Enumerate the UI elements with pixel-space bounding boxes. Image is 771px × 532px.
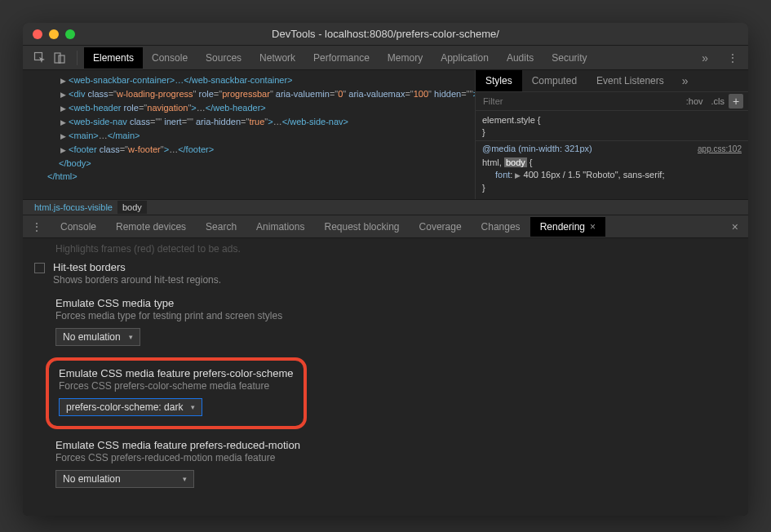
maximize-window-button[interactable] <box>65 29 75 39</box>
drawer-tab-coverage[interactable]: Coverage <box>410 217 472 237</box>
drawer-tab-search[interactable]: Search <box>196 217 246 237</box>
tabs-overflow-button[interactable]: » <box>693 51 717 64</box>
dom-node[interactable]: ▶<div class="w-loading-progress" role="p… <box>29 87 468 101</box>
titlebar: DevTools - localhost:8080/prefers-color-… <box>23 23 748 46</box>
chevron-down-icon: ▾ <box>191 403 195 411</box>
highlighted-option: Emulate CSS media feature prefers-color-… <box>46 357 307 429</box>
close-tab-icon[interactable]: × <box>590 221 596 233</box>
emulate-color-scheme-select[interactable]: prefers-color-scheme: dark ▾ <box>59 398 202 416</box>
device-toolbar-icon[interactable] <box>52 51 67 65</box>
rendering-panel: Highlights frames (red) detected to be a… <box>23 238 748 516</box>
drawer-tab-request-blocking[interactable]: Request blocking <box>314 217 409 237</box>
drawer-tab-remote-devices[interactable]: Remote devices <box>106 217 196 237</box>
svg-rect-2 <box>59 55 64 63</box>
breadcrumb-item[interactable]: html.js-focus-visible <box>29 201 117 214</box>
inspect-element-icon[interactable] <box>33 51 47 65</box>
dom-node[interactable]: ▶<web-side-nav class="" inert="" aria-hi… <box>29 115 468 129</box>
new-style-rule-button[interactable]: + <box>729 94 743 109</box>
main-tab-strip: ElementsConsoleSourcesNetworkPerformance… <box>23 46 748 70</box>
drawer-tab-rendering[interactable]: Rendering× <box>530 217 605 237</box>
close-window-button[interactable] <box>33 29 42 39</box>
tab-network[interactable]: Network <box>250 47 304 69</box>
tab-application[interactable]: Application <box>432 47 498 69</box>
styles-panel: StylesComputedEvent Listeners» :hov .cls… <box>475 70 748 199</box>
styles-tab-event-listeners[interactable]: Event Listeners <box>587 70 674 91</box>
tab-elements[interactable]: Elements <box>84 47 143 69</box>
tab-audits[interactable]: Audits <box>498 47 543 69</box>
css-rules[interactable]: element.style { } app.css:102 @media (mi… <box>476 111 748 197</box>
styles-tab-computed[interactable]: Computed <box>522 70 587 91</box>
cls-toggle[interactable]: .cls <box>707 96 729 106</box>
emulate-reduced-motion-desc: Forces CSS prefers-reduced-motion media … <box>55 452 737 463</box>
hov-toggle[interactable]: :hov <box>682 96 707 106</box>
chevron-down-icon: ▾ <box>129 333 133 341</box>
traffic-lights <box>23 29 75 39</box>
emulate-media-type-title: Emulate CSS media type <box>55 297 737 309</box>
svg-rect-1 <box>55 53 60 63</box>
drawer-tab-changes[interactable]: Changes <box>472 217 530 237</box>
dom-node[interactable]: </body> <box>29 157 468 170</box>
tab-sources[interactable]: Sources <box>197 47 250 69</box>
drawer-close-button[interactable]: × <box>722 220 748 233</box>
breadcrumb-item[interactable]: body <box>117 201 147 214</box>
dom-node[interactable]: ▶<web-header role="navigation">…</web-he… <box>29 101 468 115</box>
tab-performance[interactable]: Performance <box>304 47 379 69</box>
devtools-window: DevTools - localhost:8080/prefers-color-… <box>23 23 748 516</box>
emulate-media-type-desc: Forces media type for testing print and … <box>55 310 737 321</box>
minimize-window-button[interactable] <box>49 29 59 39</box>
emulate-reduced-motion-title: Emulate CSS media feature prefers-reduce… <box>55 439 737 451</box>
breadcrumb: html.js-focus-visiblebody <box>23 199 748 215</box>
faded-previous-option: Highlights frames (red) detected to be a… <box>34 243 737 255</box>
emulate-reduced-motion-select[interactable]: No emulation ▾ <box>55 470 194 488</box>
chevron-down-icon: ▾ <box>183 475 187 483</box>
styles-filter-input[interactable] <box>481 94 682 109</box>
tab-memory[interactable]: Memory <box>379 47 432 69</box>
hit-test-borders-desc: Shows borders around hit-test regions. <box>53 274 221 286</box>
source-link[interactable]: app.css:102 <box>698 143 742 155</box>
styles-tabs-overflow[interactable]: » <box>674 74 698 87</box>
styles-tab-styles[interactable]: Styles <box>476 70 522 91</box>
drawer-tab-console[interactable]: Console <box>51 217 106 237</box>
drawer-tab-strip: ⋮ ConsoleRemote devicesSearchAnimationsR… <box>23 215 748 238</box>
emulate-media-type-select[interactable]: No emulation ▾ <box>55 328 140 346</box>
elements-tree[interactable]: ▶<web-snackbar-container>…</web-snackbar… <box>23 70 475 199</box>
hit-test-borders-title: Hit-test borders <box>53 261 221 273</box>
emulate-color-scheme-title: Emulate CSS media feature prefers-color-… <box>59 367 294 379</box>
dom-node[interactable]: </html> <box>29 170 468 183</box>
window-title: DevTools - localhost:8080/prefers-color-… <box>272 28 499 40</box>
dom-node[interactable]: ▶<footer class="w-footer">…</footer> <box>29 143 468 157</box>
hit-test-borders-checkbox[interactable] <box>34 263 45 273</box>
emulate-color-scheme-desc: Forces CSS prefers-color-scheme media fe… <box>59 380 294 392</box>
dom-node[interactable]: ▶<main>…</main> <box>29 129 468 143</box>
tab-console[interactable]: Console <box>143 47 197 69</box>
tab-security[interactable]: Security <box>543 47 596 69</box>
dom-node[interactable]: ▶<web-snackbar-container>…</web-snackbar… <box>29 73 468 87</box>
drawer-tab-animations[interactable]: Animations <box>246 217 314 237</box>
drawer-menu-button[interactable]: ⋮ <box>23 220 51 233</box>
devtools-menu-button[interactable]: ⋮ <box>717 51 748 64</box>
